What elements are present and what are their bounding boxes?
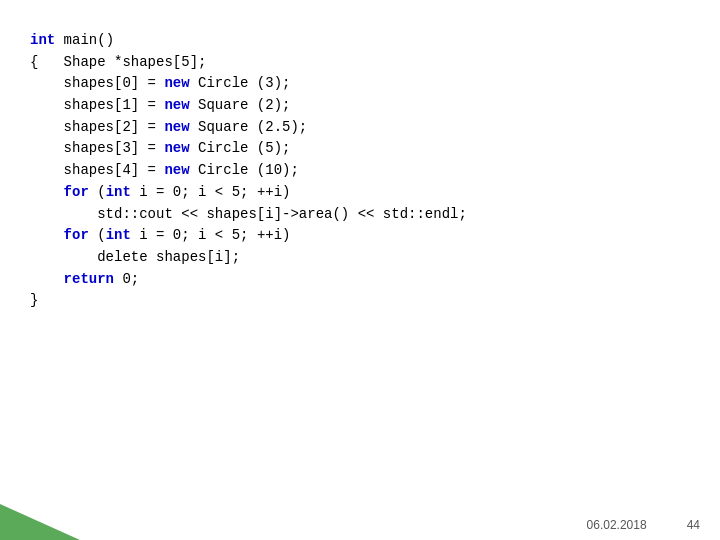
code-line: shapes[3] = new Circle (5); — [30, 138, 690, 160]
code-text: main() — [55, 32, 114, 48]
slide-date: 06.02.2018 — [587, 518, 647, 532]
code-text: Square (2); — [190, 97, 291, 113]
code-text: ( — [89, 227, 106, 243]
keyword: int — [30, 32, 55, 48]
code-line: shapes[0] = new Circle (3); — [30, 73, 690, 95]
code-line: shapes[1] = new Square (2); — [30, 95, 690, 117]
code-line: shapes[4] = new Circle (10); — [30, 160, 690, 182]
keyword: new — [164, 140, 189, 156]
code-line: shapes[2] = new Square (2.5); — [30, 117, 690, 139]
code-text: shapes[0] = — [30, 75, 164, 91]
code-line: } — [30, 290, 690, 312]
keyword: new — [164, 119, 189, 135]
code-text: i = 0; i < 5; ++i) — [131, 227, 291, 243]
keyword: for — [64, 227, 89, 243]
code-text: delete shapes[i]; — [30, 249, 240, 265]
keyword: new — [164, 162, 189, 178]
keyword: int — [106, 227, 131, 243]
code-text: std::cout << shapes[i]->area() << std::e… — [30, 206, 467, 222]
code-text: Circle (10); — [190, 162, 299, 178]
code-line: for (int i = 0; i < 5; ++i) — [30, 182, 690, 204]
decorative-triangle — [0, 504, 80, 540]
code-text: shapes[2] = — [30, 119, 164, 135]
keyword: int — [106, 184, 131, 200]
keyword: return — [64, 271, 114, 287]
code-text — [30, 271, 64, 287]
code-text: { Shape *shapes[5]; — [30, 54, 206, 70]
keyword: new — [164, 75, 189, 91]
code-line: for (int i = 0; i < 5; ++i) — [30, 225, 690, 247]
keyword: for — [64, 184, 89, 200]
code-text — [30, 184, 64, 200]
code-text: Circle (3); — [190, 75, 291, 91]
code-line: { Shape *shapes[5]; — [30, 52, 690, 74]
slide-meta: 06.02.2018 44 — [587, 518, 700, 532]
code-line: return 0; — [30, 269, 690, 291]
slide: int main(){ Shape *shapes[5]; shapes[0] … — [0, 0, 720, 540]
code-line: std::cout << shapes[i]->area() << std::e… — [30, 204, 690, 226]
code-text: i = 0; i < 5; ++i) — [131, 184, 291, 200]
code-text: } — [30, 292, 38, 308]
slide-page: 44 — [687, 518, 700, 532]
code-line: int main() — [30, 30, 690, 52]
code-text: 0; — [114, 271, 139, 287]
code-text: shapes[3] = — [30, 140, 164, 156]
code-text: shapes[4] = — [30, 162, 164, 178]
code-text: Circle (5); — [190, 140, 291, 156]
code-line: delete shapes[i]; — [30, 247, 690, 269]
code-block: int main(){ Shape *shapes[5]; shapes[0] … — [30, 30, 690, 312]
code-text — [30, 227, 64, 243]
code-text: shapes[1] = — [30, 97, 164, 113]
code-text: Square (2.5); — [190, 119, 308, 135]
code-text: ( — [89, 184, 106, 200]
keyword: new — [164, 97, 189, 113]
